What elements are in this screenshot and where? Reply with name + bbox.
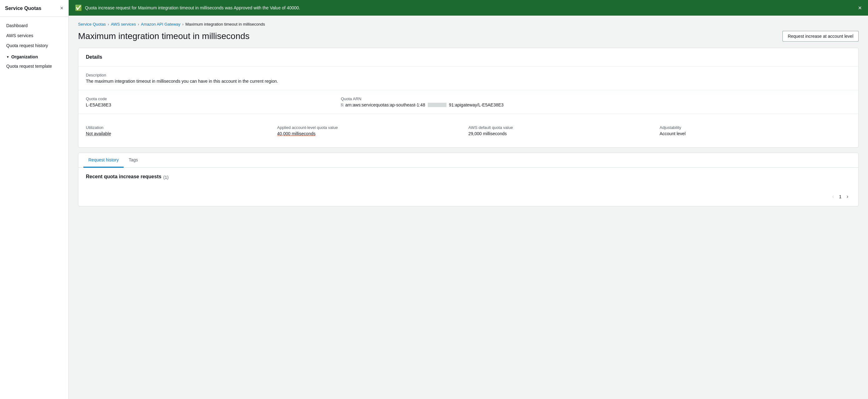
breadcrumb-sep-3: › — [182, 22, 184, 27]
breadcrumb-service-quotas[interactable]: Service Quotas — [78, 22, 106, 27]
pagination-next-button[interactable]: › — [844, 192, 851, 201]
quota-code-label: Quota code — [86, 96, 341, 101]
adjustability-block: Adjustability Account level — [660, 125, 851, 136]
utilization-value: Not available — [86, 131, 277, 136]
banner-left: ✅ Quota increase request for Maximum int… — [75, 4, 300, 11]
success-banner: ✅ Quota increase request for Maximum int… — [69, 0, 868, 16]
sidebar-item-dashboard[interactable]: Dashboard — [0, 21, 68, 31]
adjustability-value: Account level — [660, 131, 851, 136]
sidebar-item-quota-request-template[interactable]: Quota request template — [0, 61, 68, 71]
default-quota-value: 29,000 milliseconds — [468, 131, 660, 136]
request-increase-button[interactable]: Request increase at account level — [782, 31, 859, 41]
main-content: ✅ Quota increase request for Maximum int… — [69, 0, 868, 399]
breadcrumb: Service Quotas › AWS services › Amazon A… — [78, 22, 859, 27]
recent-requests-count: (1) — [163, 175, 168, 180]
breadcrumb-sep-1: › — [108, 22, 109, 27]
quota-code-block: Quota code L-E5AE38E3 — [86, 96, 341, 108]
copy-icon[interactable]: ⎘ — [341, 102, 343, 108]
arn-prefix: arn:aws:servicequotas:ap-southeast-1:48 — [345, 102, 425, 108]
sidebar-nav: Dashboard AWS services Quota request his… — [0, 17, 68, 75]
details-card: Details Description The maximum integrat… — [78, 48, 859, 148]
utilization-block: Utilization Not available — [86, 125, 277, 136]
sidebar-header: Service Quotas × — [0, 0, 68, 17]
tabs-section: Request history Tags Recent quota increa… — [78, 153, 859, 206]
sidebar-item-aws-services[interactable]: AWS services — [0, 31, 68, 40]
success-icon: ✅ — [75, 4, 82, 11]
page-header: Maximum integration timeout in milliseco… — [78, 31, 859, 41]
description-value: The maximum integration timeout in milli… — [86, 79, 851, 84]
details-title: Details — [86, 54, 851, 60]
details-header-section: Details — [79, 48, 858, 66]
sidebar-section-organization[interactable]: ▼ Organization — [0, 51, 68, 61]
utilization-label: Utilization — [86, 125, 277, 130]
adjustability-label: Adjustability — [660, 125, 851, 130]
utilization-section: Utilization Not available Applied accoun… — [79, 114, 858, 147]
sidebar-close-button[interactable]: × — [60, 5, 63, 11]
chevron-down-icon: ▼ — [6, 55, 9, 59]
pagination-prev-button[interactable]: ‹ — [830, 192, 836, 201]
description-label: Description — [86, 73, 851, 78]
sidebar-section-label: Organization — [11, 54, 38, 59]
pagination: ‹ 1 › — [79, 187, 858, 206]
breadcrumb-aws-services[interactable]: AWS services — [111, 22, 136, 27]
quota-arn-label: Quota ARN — [341, 96, 851, 101]
quota-arn-row: ⎘ arn:aws:servicequotas:ap-southeast-1:4… — [341, 102, 851, 108]
description-section: Description The maximum integration time… — [79, 66, 858, 90]
default-quota-label: AWS default quota value — [468, 125, 660, 130]
tab-tags[interactable]: Tags — [124, 153, 143, 168]
banner-close-button[interactable]: × — [858, 4, 862, 11]
quota-code-arn-section: Quota code L-E5AE38E3 Quota ARN ⎘ arn:aw… — [79, 90, 858, 114]
pagination-page: 1 — [839, 194, 841, 199]
arn-redacted — [428, 103, 446, 107]
applied-quota-block: Applied account-level quota value 40,000… — [277, 125, 469, 136]
quota-code-value: L-E5AE38E3 — [86, 102, 341, 108]
arn-suffix: 91:apigateway/L-E5AE38E3 — [449, 102, 504, 108]
breadcrumb-sep-2: › — [138, 22, 139, 27]
tab-request-history[interactable]: Request history — [83, 153, 124, 168]
quota-arn-block: Quota ARN ⎘ arn:aws:servicequotas:ap-sou… — [341, 96, 851, 108]
metrics-row: Utilization Not available Applied accoun… — [86, 120, 851, 141]
tabs-header: Request history Tags — [79, 153, 858, 168]
breadcrumb-amazon-api-gateway[interactable]: Amazon API Gateway — [141, 22, 180, 27]
recent-requests-title: Recent quota increase requests — [86, 174, 161, 180]
banner-message: Quota increase request for Maximum integ… — [85, 5, 300, 10]
tab-content-request-history: Recent quota increase requests (1) — [79, 168, 858, 187]
page-content: Service Quotas › AWS services › Amazon A… — [69, 16, 868, 399]
default-quota-block: AWS default quota value 29,000 milliseco… — [468, 125, 660, 136]
breadcrumb-current: Maximum integration timeout in milliseco… — [185, 22, 265, 27]
page-title: Maximum integration timeout in milliseco… — [78, 31, 249, 41]
sidebar-item-quota-request-history[interactable]: Quota request history — [0, 40, 68, 51]
sidebar-title: Service Quotas — [5, 6, 41, 11]
sidebar: Service Quotas × Dashboard AWS services … — [0, 0, 69, 399]
applied-quota-label: Applied account-level quota value — [277, 125, 469, 130]
applied-quota-value: 40,000 milliseconds — [277, 131, 469, 136]
